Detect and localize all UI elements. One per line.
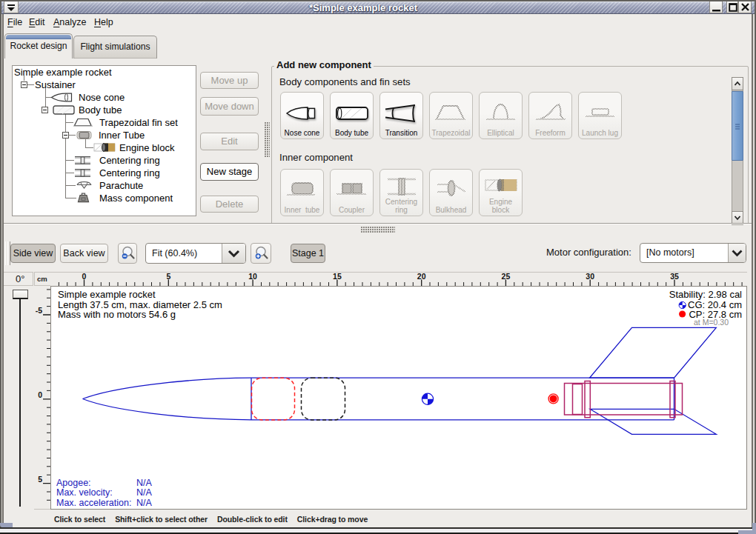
svg-text:25: 25 <box>502 272 511 281</box>
svg-text:Simple example rocket: Simple example rocket <box>58 289 156 300</box>
svg-text:10: 10 <box>248 272 257 281</box>
svg-text:5: 5 <box>166 272 170 281</box>
svg-text:N/A: N/A <box>136 487 153 498</box>
svg-text:Max. velocity:: Max. velocity: <box>56 487 113 498</box>
svg-text:at M=0.30: at M=0.30 <box>694 318 729 327</box>
svg-text:0: 0 <box>38 390 42 399</box>
svg-text:15: 15 <box>333 272 342 281</box>
svg-text:-5: -5 <box>36 306 42 315</box>
svg-text:0: 0 <box>82 272 87 281</box>
svg-text:Apogee:: Apogee: <box>56 478 91 488</box>
svg-text:Mass with no motors 54.6 g: Mass with no motors 54.6 g <box>58 309 176 320</box>
svg-text:N/A: N/A <box>136 478 153 488</box>
svg-text:35: 35 <box>670 272 679 281</box>
svg-text:Max. acceleration:: Max. acceleration: <box>56 498 131 508</box>
svg-text:30: 30 <box>586 272 594 281</box>
svg-text:20: 20 <box>417 272 426 281</box>
svg-text:5: 5 <box>38 475 42 484</box>
svg-text:N/A: N/A <box>136 498 153 508</box>
